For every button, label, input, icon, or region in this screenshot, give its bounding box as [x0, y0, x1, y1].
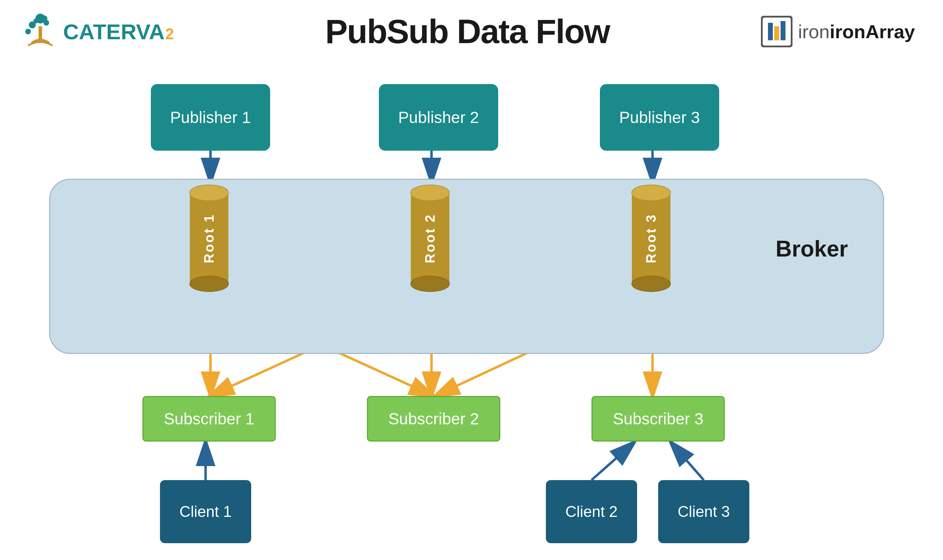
svg-point-34	[632, 185, 670, 200]
svg-point-6	[41, 15, 47, 22]
subscriber-1: Subscriber 1	[142, 396, 276, 442]
root-cylinder-3: Root 3	[630, 182, 672, 294]
svg-point-5	[33, 18, 38, 23]
publisher-3: Publisher 3	[600, 84, 719, 151]
svg-point-26	[190, 185, 228, 200]
caterva-icon	[21, 12, 60, 51]
page-title: PubSub Data Flow	[325, 12, 610, 51]
ironarray-text: ironironArray	[798, 21, 915, 42]
diagram: Publisher 1 Publisher 2 Publisher 3 Brok…	[0, 63, 943, 560]
svg-point-29	[411, 276, 449, 292]
broker-label: Broker	[776, 236, 848, 262]
publisher-1: Publisher 1	[151, 84, 270, 151]
root-cylinder-2: Root 2	[409, 182, 451, 294]
svg-rect-10	[781, 21, 786, 40]
subscriber-3: Subscriber 3	[591, 396, 725, 442]
ironarray-logo: ironironArray	[761, 16, 915, 47]
svg-line-21	[591, 442, 634, 480]
caterva-logo: CATERVA 2	[21, 12, 174, 51]
svg-point-3	[25, 29, 31, 34]
header: CATERVA 2 PubSub Data Flow ironironArray	[0, 0, 943, 56]
root-1-label: Root 1	[202, 214, 217, 263]
client-1: Client 1	[160, 480, 251, 543]
root-2-label: Root 2	[423, 214, 438, 263]
ironarray-icon	[761, 16, 792, 47]
client-3: Client 3	[658, 480, 749, 543]
caterva-text: CATERVA	[63, 19, 165, 44]
svg-line-22	[671, 442, 704, 480]
publisher-2: Publisher 2	[379, 84, 498, 151]
caterva-version: 2	[165, 25, 174, 43]
svg-point-30	[411, 185, 449, 200]
broker-box: Broker	[49, 179, 884, 354]
svg-rect-9	[774, 26, 779, 40]
root-3-label: Root 3	[644, 214, 659, 263]
client-2: Client 2	[546, 480, 637, 543]
svg-point-25	[190, 276, 228, 292]
svg-rect-8	[768, 23, 773, 40]
svg-point-33	[632, 276, 670, 292]
root-cylinder-1: Root 1	[188, 182, 230, 294]
subscriber-2: Subscriber 2	[367, 396, 500, 442]
